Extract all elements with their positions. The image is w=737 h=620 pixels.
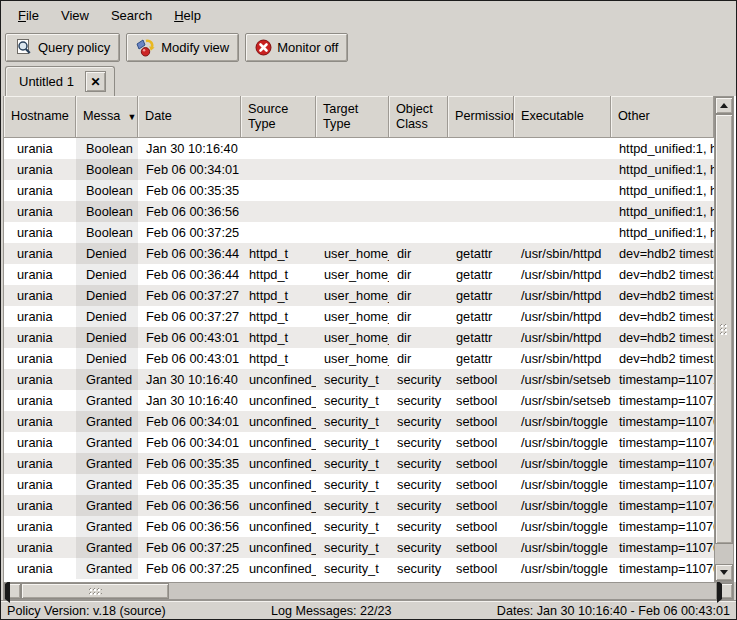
column-header-object_class[interactable]: Object Class bbox=[389, 96, 448, 138]
monitor-off-button[interactable]: Monitor off bbox=[245, 33, 348, 62]
cell-other: dev=hdb2 timesta bbox=[611, 306, 714, 327]
cell-permission: setbool bbox=[448, 537, 514, 558]
horizontal-scrollbar-thumb[interactable] bbox=[21, 583, 169, 599]
menu-view[interactable]: View bbox=[50, 6, 100, 25]
table-row[interactable]: uraniaDeniedFeb 06 00:43:01httpd_tuser_h… bbox=[4, 348, 714, 369]
modify-view-icon bbox=[136, 38, 156, 57]
vertical-scrollbar-thumb[interactable] bbox=[715, 114, 733, 544]
table-row[interactable]: uraniaDeniedFeb 06 00:36:44httpd_tuser_h… bbox=[4, 243, 714, 264]
cell-message: Granted bbox=[76, 432, 138, 453]
cell-hostname: urania bbox=[4, 495, 76, 516]
cell-message: Granted bbox=[76, 516, 138, 537]
cell-other: dev=hdb2 timesta bbox=[611, 243, 714, 264]
tab-label: Untitled 1 bbox=[19, 74, 74, 89]
menu-file[interactable]: File bbox=[7, 6, 50, 25]
column-header-date[interactable]: Date bbox=[138, 96, 241, 138]
cell-other: timestamp=11076 bbox=[611, 516, 714, 537]
cell-date: Feb 06 00:36:44 bbox=[138, 264, 241, 285]
cell-other: httpd_unified:1, h bbox=[611, 138, 714, 159]
vertical-scrollbar[interactable] bbox=[714, 96, 734, 582]
cell-permission: setbool bbox=[448, 432, 514, 453]
table-row[interactable]: uraniaGrantedFeb 06 00:36:56unconfined_s… bbox=[4, 495, 714, 516]
cell-source_type: unconfined_ bbox=[241, 411, 316, 432]
table-row[interactable]: uraniaDeniedFeb 06 00:37:27httpd_tuser_h… bbox=[4, 306, 714, 327]
table-row[interactable]: uraniaGrantedFeb 06 00:35:35unconfined_s… bbox=[4, 453, 714, 474]
cell-date: Feb 06 00:37:25 bbox=[138, 558, 241, 579]
column-header-executable[interactable]: Executable bbox=[514, 96, 611, 138]
scroll-down-button[interactable] bbox=[715, 564, 733, 581]
table-row[interactable]: uraniaDeniedFeb 06 00:37:27httpd_tuser_h… bbox=[4, 285, 714, 306]
table-row[interactable]: uraniaBooleanJan 30 10:16:40httpd_unifie… bbox=[4, 138, 714, 159]
column-header-source_type[interactable]: Source Type bbox=[241, 96, 316, 138]
scroll-up-button[interactable] bbox=[715, 97, 733, 114]
cell-target_type: security_t bbox=[316, 369, 389, 390]
scroll-left-button[interactable] bbox=[4, 583, 21, 599]
cell-date: Feb 06 00:35:35 bbox=[138, 180, 241, 201]
table-row[interactable]: uraniaGrantedFeb 06 00:35:35unconfined_s… bbox=[4, 474, 714, 495]
horizontal-scrollbar[interactable] bbox=[3, 582, 734, 600]
cell-executable: /usr/sbin/httpd bbox=[514, 243, 611, 264]
cell-target_type bbox=[316, 201, 389, 222]
cell-message: Denied bbox=[76, 327, 138, 348]
cell-other: httpd_unified:1, h bbox=[611, 159, 714, 180]
vertical-scrollbar-track[interactable] bbox=[715, 114, 733, 564]
cell-executable: /usr/sbin/httpd bbox=[514, 306, 611, 327]
cell-permission: getattr bbox=[448, 327, 514, 348]
cell-other: httpd_unified:1, h bbox=[611, 180, 714, 201]
table-row[interactable]: uraniaBooleanFeb 06 00:34:01httpd_unifie… bbox=[4, 159, 714, 180]
cell-source_type bbox=[241, 180, 316, 201]
scroll-right-button[interactable] bbox=[716, 583, 733, 599]
column-header-permission[interactable]: Permission bbox=[448, 96, 514, 138]
horizontal-scrollbar-track[interactable] bbox=[21, 583, 716, 599]
cell-other: timestamp=11076 bbox=[611, 474, 714, 495]
cell-date: Feb 06 00:37:25 bbox=[138, 537, 241, 558]
cell-date: Jan 30 10:16:40 bbox=[138, 390, 241, 411]
cell-message: Boolean bbox=[76, 159, 138, 180]
menubar: File View Search Help bbox=[1, 1, 736, 29]
column-label-date: Date bbox=[145, 109, 172, 124]
cell-message: Boolean bbox=[76, 138, 138, 159]
cell-executable bbox=[514, 180, 611, 201]
column-header-target_type[interactable]: Target Type bbox=[316, 96, 389, 138]
cell-date: Feb 06 00:34:01 bbox=[138, 432, 241, 453]
query-policy-button[interactable]: Query policy bbox=[5, 33, 120, 62]
cell-permission bbox=[448, 180, 514, 201]
table-row[interactable]: uraniaDeniedFeb 06 00:43:01httpd_tuser_h… bbox=[4, 327, 714, 348]
cell-object_class: dir bbox=[389, 243, 448, 264]
table-row[interactable]: uraniaGrantedJan 30 10:16:40unconfined_s… bbox=[4, 390, 714, 411]
table-row[interactable]: uraniaGrantedJan 30 10:16:40unconfined_s… bbox=[4, 369, 714, 390]
menu-search[interactable]: Search bbox=[100, 6, 163, 25]
column-header-other[interactable]: Other bbox=[611, 96, 714, 138]
cell-target_type: user_home_ bbox=[316, 285, 389, 306]
cell-executable: /usr/sbin/toggle bbox=[514, 516, 611, 537]
table-row[interactable]: uraniaBooleanFeb 06 00:36:56httpd_unifie… bbox=[4, 201, 714, 222]
table-row[interactable]: uraniaGrantedFeb 06 00:34:01unconfined_s… bbox=[4, 432, 714, 453]
cell-object_class: security bbox=[389, 411, 448, 432]
cell-permission: setbool bbox=[448, 411, 514, 432]
column-header-hostname[interactable]: Hostname bbox=[4, 96, 76, 138]
modify-view-button[interactable]: Modify view bbox=[126, 33, 239, 62]
tab-untitled-1[interactable]: Untitled 1 ✕ bbox=[5, 66, 115, 96]
cell-hostname: urania bbox=[4, 243, 76, 264]
table-row[interactable]: uraniaDeniedFeb 06 00:36:44httpd_tuser_h… bbox=[4, 264, 714, 285]
column-header-message[interactable]: Messa▼ bbox=[76, 96, 138, 138]
column-label-executable: Executable bbox=[521, 109, 584, 124]
table-row[interactable]: uraniaBooleanFeb 06 00:35:35httpd_unifie… bbox=[4, 180, 714, 201]
close-icon: ✕ bbox=[90, 75, 100, 89]
cell-object_class bbox=[389, 180, 448, 201]
table-row[interactable]: uraniaGrantedFeb 06 00:37:25unconfined_s… bbox=[4, 558, 714, 579]
cell-target_type: security_t bbox=[316, 411, 389, 432]
cell-message: Granted bbox=[76, 411, 138, 432]
table-row[interactable]: uraniaGrantedFeb 06 00:34:01unconfined_s… bbox=[4, 411, 714, 432]
cell-date: Feb 06 00:37:25 bbox=[138, 222, 241, 243]
menu-help[interactable]: Help bbox=[163, 6, 212, 25]
tab-close-button[interactable]: ✕ bbox=[85, 71, 106, 92]
cell-message: Granted bbox=[76, 537, 138, 558]
table-row[interactable]: uraniaBooleanFeb 06 00:37:25httpd_unifie… bbox=[4, 222, 714, 243]
cell-hostname: urania bbox=[4, 285, 76, 306]
column-label-other: Other bbox=[618, 109, 650, 124]
cell-date: Feb 06 00:37:27 bbox=[138, 285, 241, 306]
table-row[interactable]: uraniaGrantedFeb 06 00:37:25unconfined_s… bbox=[4, 537, 714, 558]
cell-hostname: urania bbox=[4, 453, 76, 474]
table-row[interactable]: uraniaGrantedFeb 06 00:36:56unconfined_s… bbox=[4, 516, 714, 537]
